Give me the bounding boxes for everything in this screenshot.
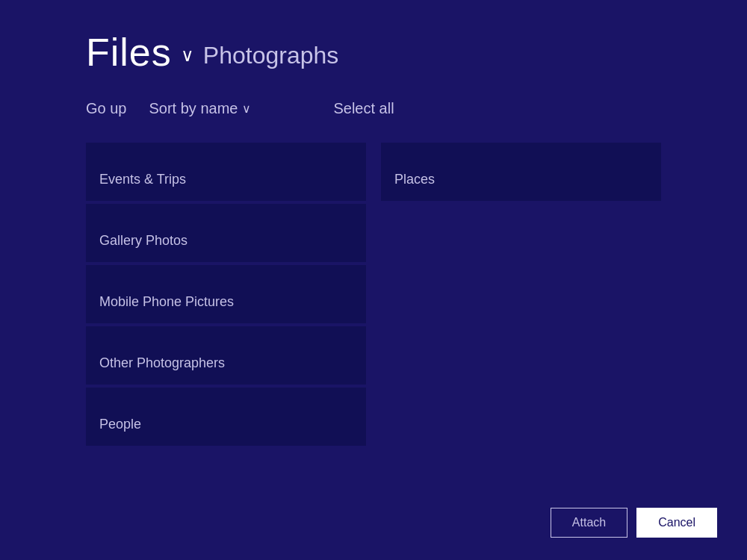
header: Files ∨ Photographs: [0, 0, 747, 90]
go-up-button[interactable]: Go up: [86, 97, 126, 120]
cancel-button[interactable]: Cancel: [636, 508, 717, 538]
page-title: Files: [86, 30, 172, 75]
toolbar: Go up Sort by name ∨ Select all: [0, 90, 747, 135]
breadcrumb: Photographs: [203, 42, 338, 69]
files-chevron-icon[interactable]: ∨: [181, 45, 194, 66]
file-browser: Events & Trips Gallery Photos Mobile Pho…: [0, 135, 747, 446]
sort-chevron-icon: ∨: [242, 102, 251, 116]
bottom-bar: Attach Cancel: [551, 508, 717, 538]
folder-item-events-trips[interactable]: Events & Trips: [86, 143, 366, 201]
folder-item-gallery-photos[interactable]: Gallery Photos: [86, 204, 366, 262]
folder-item-people[interactable]: People: [86, 388, 366, 446]
folder-item-mobile-phone[interactable]: Mobile Phone Pictures: [86, 265, 366, 323]
select-all-button[interactable]: Select all: [333, 97, 394, 120]
attach-button[interactable]: Attach: [551, 508, 627, 538]
right-column: Places: [381, 143, 661, 446]
folder-item-other-photographers[interactable]: Other Photographers: [86, 326, 366, 385]
left-column: Events & Trips Gallery Photos Mobile Pho…: [86, 143, 366, 446]
folder-item-places[interactable]: Places: [381, 143, 661, 201]
sort-button[interactable]: Sort by name ∨: [149, 97, 251, 120]
